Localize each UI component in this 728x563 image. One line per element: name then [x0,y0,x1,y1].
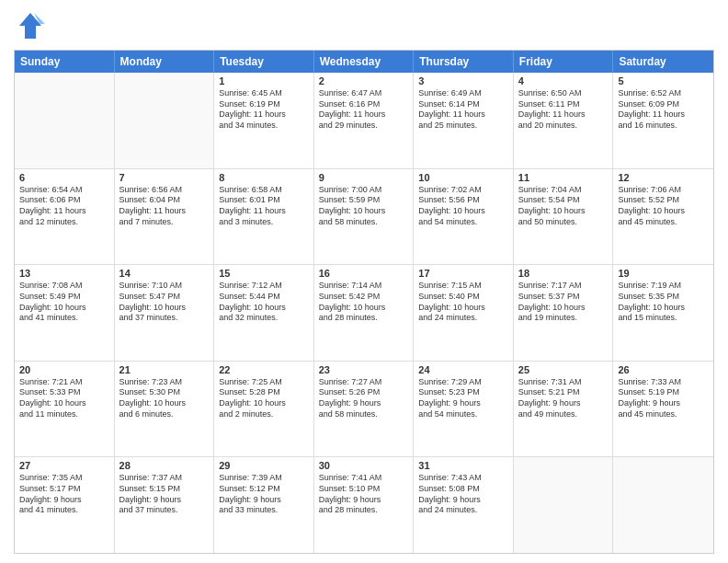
cell-info-line: Sunset: 5:19 PM [618,387,709,398]
cell-info-line: Sunrise: 7:29 AM [418,377,508,388]
day-number: 29 [219,460,309,471]
day-cell-10: 10Sunrise: 7:02 AMSunset: 5:56 PMDayligh… [414,169,514,265]
cell-info-line: Sunrise: 7:39 AM [219,473,309,484]
cell-info-line: Sunrise: 7:15 AM [418,281,508,292]
cell-info-line: Daylight: 9 hours [319,495,409,506]
day-number: 7 [119,172,210,183]
cell-info-line: Sunrise: 7:35 AM [19,473,109,484]
day-cell-31: 31Sunrise: 7:43 AMSunset: 5:08 PMDayligh… [414,457,514,553]
cell-info-line: Daylight: 9 hours [19,495,109,506]
cell-info-line: and 32 minutes. [219,313,309,324]
day-cell-empty-0-1 [115,73,215,168]
cell-info-line: Sunset: 6:01 PM [219,195,309,206]
day-number: 23 [319,364,409,375]
cell-info-line: Daylight: 9 hours [618,398,709,409]
cell-info-line: Daylight: 11 hours [319,109,409,121]
day-cell-empty-4-5 [514,457,614,553]
cell-info-line: Sunset: 5:28 PM [219,387,309,398]
day-number: 8 [219,172,309,183]
page: SundayMondayTuesdayWednesdayThursdayFrid… [0,0,728,563]
day-cell-16: 16Sunrise: 7:14 AMSunset: 5:42 PMDayligh… [314,265,415,361]
day-number: 19 [618,268,709,279]
cell-info-line: Sunset: 5:59 PM [319,195,409,206]
cell-info-line: Daylight: 11 hours [418,109,508,121]
day-cell-23: 23Sunrise: 7:27 AMSunset: 5:26 PMDayligh… [314,362,415,457]
cell-info-line: Sunrise: 7:33 AM [618,377,709,388]
day-number: 25 [518,364,609,375]
day-cell-12: 12Sunrise: 7:06 AMSunset: 5:52 PMDayligh… [613,169,713,265]
calendar: SundayMondayTuesdayWednesdayThursdayFrid… [14,50,714,554]
cell-info-line: and 37 minutes. [119,313,210,324]
cell-info-line: Sunset: 6:06 PM [19,195,109,206]
cell-info-line: Sunset: 5:56 PM [418,195,508,206]
cell-info-line: Sunset: 5:12 PM [219,484,309,495]
cell-info-line: and 25 minutes. [418,121,508,132]
cell-info-line: Sunset: 6:14 PM [418,99,508,110]
day-number: 16 [319,268,409,279]
cell-info-line: and 58 minutes. [319,409,409,420]
cell-info-line: Sunset: 5:44 PM [219,292,309,303]
day-cell-20: 20Sunrise: 7:21 AMSunset: 5:33 PMDayligh… [15,362,115,457]
day-cell-3: 3Sunrise: 6:49 AMSunset: 6:14 PMDaylight… [414,73,514,168]
cell-info-line: Sunset: 5:54 PM [518,195,609,206]
cell-info-line: Daylight: 10 hours [219,398,309,409]
cell-info-line: Daylight: 10 hours [418,206,508,217]
week-row-0: 1Sunrise: 6:45 AMSunset: 6:19 PMDaylight… [15,73,713,169]
cell-info-line: Sunrise: 6:47 AM [319,88,409,99]
day-number: 18 [518,268,609,279]
cell-info-line: and 28 minutes. [319,505,409,516]
week-row-2: 13Sunrise: 7:08 AMSunset: 5:49 PMDayligh… [15,265,713,362]
cell-info-line: Sunset: 6:09 PM [618,99,709,110]
cell-info-line: Daylight: 10 hours [618,206,709,217]
header-day-saturday: Saturday [613,51,713,73]
cell-info-line: and 34 minutes. [219,121,309,132]
day-number: 12 [618,172,709,183]
day-cell-empty-4-6 [613,457,713,553]
cell-info-line: Sunset: 5:10 PM [319,484,409,495]
cell-info-line: Sunrise: 7:17 AM [518,281,609,292]
header-day-wednesday: Wednesday [314,51,415,73]
cell-info-line: Sunset: 5:47 PM [119,292,210,303]
header-day-thursday: Thursday [414,51,514,73]
cell-info-line: Sunset: 5:35 PM [618,292,709,303]
day-number: 2 [319,75,409,86]
cell-info-line: Sunset: 5:42 PM [319,292,409,303]
cell-info-line: Sunset: 6:11 PM [518,99,609,110]
cell-info-line: Sunset: 5:15 PM [119,484,210,495]
calendar-header: SundayMondayTuesdayWednesdayThursdayFrid… [15,51,713,73]
day-cell-4: 4Sunrise: 6:50 AMSunset: 6:11 PMDaylight… [514,73,614,168]
cell-info-line: Sunrise: 7:14 AM [319,281,409,292]
cell-info-line: and 3 minutes. [219,217,309,228]
cell-info-line: Sunset: 5:26 PM [319,387,409,398]
day-number: 13 [19,268,109,279]
cell-info-line: and 37 minutes. [119,505,210,516]
cell-info-line: Daylight: 11 hours [119,206,210,217]
cell-info-line: Sunrise: 6:49 AM [418,88,508,99]
cell-info-line: and 11 minutes. [19,409,109,420]
week-row-4: 27Sunrise: 7:35 AMSunset: 5:17 PMDayligh… [15,457,713,553]
day-cell-17: 17Sunrise: 7:15 AMSunset: 5:40 PMDayligh… [414,265,514,361]
day-cell-14: 14Sunrise: 7:10 AMSunset: 5:47 PMDayligh… [115,265,215,361]
day-number: 31 [418,460,508,471]
cell-info-line: Sunset: 6:16 PM [319,99,409,110]
cell-info-line: Daylight: 10 hours [219,303,309,314]
day-number: 20 [19,364,109,375]
cell-info-line: Sunrise: 7:37 AM [119,473,210,484]
cell-info-line: and 41 minutes. [19,313,109,324]
cell-info-line: and 15 minutes. [618,313,709,324]
cell-info-line: Sunrise: 7:19 AM [618,281,709,292]
cell-info-line: Sunrise: 7:08 AM [19,281,109,292]
cell-info-line: Daylight: 10 hours [518,206,609,217]
cell-info-line: and 45 minutes. [618,409,709,420]
cell-info-line: Sunrise: 7:31 AM [518,377,609,388]
week-row-1: 6Sunrise: 6:54 AMSunset: 6:06 PMDaylight… [15,169,713,266]
day-number: 1 [219,75,309,86]
cell-info-line: Daylight: 9 hours [418,398,508,409]
day-cell-27: 27Sunrise: 7:35 AMSunset: 5:17 PMDayligh… [15,457,115,553]
cell-info-line: Daylight: 11 hours [618,109,709,121]
calendar-body: 1Sunrise: 6:45 AMSunset: 6:19 PMDaylight… [15,73,713,553]
day-cell-13: 13Sunrise: 7:08 AMSunset: 5:49 PMDayligh… [15,265,115,361]
cell-info-line: Daylight: 9 hours [319,398,409,409]
cell-info-line: and 6 minutes. [119,409,210,420]
cell-info-line: Sunset: 5:37 PM [518,292,609,303]
